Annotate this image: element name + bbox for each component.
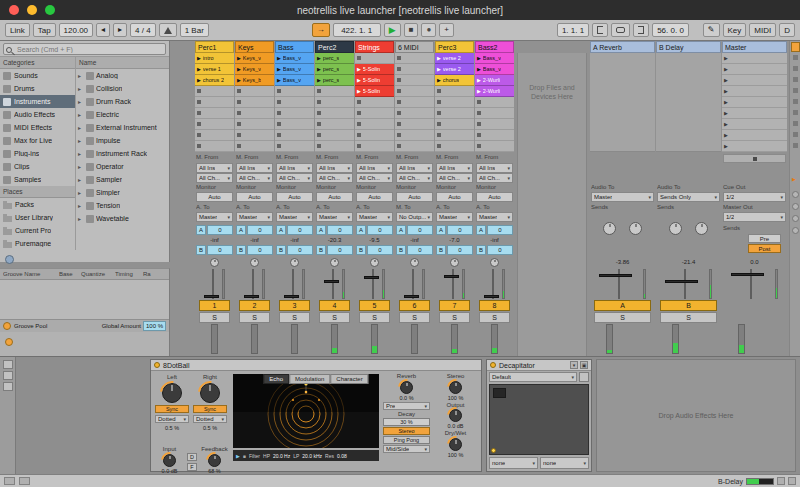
output-chooser[interactable]: No Outp...▾ [396,212,433,222]
track-activator[interactable]: 1 [199,300,230,311]
send-b-value[interactable]: 0 [207,245,233,255]
tempo-field[interactable]: 120.00 [59,23,93,37]
midi-map-button[interactable]: MIDI [749,23,776,37]
groove-pool-icon[interactable] [3,322,11,330]
fader-handle[interactable] [484,295,499,298]
clip-slot[interactable]: ▶perc_s [315,53,354,64]
plugin-edit-icon[interactable]: ▣ [580,361,588,369]
send-a-knob[interactable] [669,222,682,235]
volume-slider[interactable] [244,269,265,299]
clip-slot[interactable]: ▶intro [195,53,234,64]
send-b-control[interactable]: B0 [356,245,393,255]
right-sync-mode-chooser[interactable]: Dotted ▾ [193,415,227,423]
input-channel-chooser[interactable]: All Ch...▾ [236,173,273,183]
send-a-value[interactable]: 0 [287,225,313,235]
clip-slot-empty[interactable] [395,53,434,64]
send-b-value[interactable]: 0 [487,245,513,255]
send-a-control[interactable]: A0 [236,225,273,235]
input-chooser[interactable]: All Ins▾ [236,163,273,173]
input-channel-chooser[interactable]: All Ch...▾ [476,173,513,183]
device-activator-toggle[interactable] [154,362,160,368]
filter-on-icon[interactable]: ▶ [236,453,240,459]
reverb-position-chooser[interactable]: Pre ▾ [383,402,430,410]
track-activator[interactable]: 5 [359,300,390,311]
clip-slot-empty[interactable] [235,108,274,119]
zoom-window-button[interactable] [45,5,55,15]
clip-slot-empty[interactable] [395,119,434,130]
nudge-up-button[interactable]: ▸ [113,23,127,37]
clip-slot[interactable]: ▶Bass_v [475,64,514,75]
volume-slider[interactable] [484,269,505,299]
input-gain-knob[interactable] [163,454,176,467]
volume-value[interactable]: -inf [235,235,274,245]
mixer-show-toggle-mixer[interactable] [792,227,799,234]
clip-slot[interactable]: ▶5-Solin [355,86,394,97]
place-item-packs[interactable]: Packs [0,198,75,211]
input-channel-chooser[interactable]: All Ch...▾ [436,173,473,183]
time-signature-field[interactable]: 4 / 4 [130,23,156,37]
return-activator[interactable]: A [594,300,651,311]
clip-slot-empty[interactable] [395,108,434,119]
monitor-auto-button[interactable]: Auto [276,192,313,202]
fader-handle[interactable] [599,274,632,277]
scene-slot[interactable]: ▶ [722,119,787,130]
volume-slider[interactable] [204,269,225,299]
clip-slot-empty[interactable] [475,108,514,119]
input-channel-chooser[interactable]: All Ch...▾ [276,173,313,183]
category-item-drums[interactable]: Drums [0,82,75,95]
device-item-wavetable[interactable]: ▸Wavetable [76,212,169,225]
clip-slot[interactable]: ▶chorus [435,75,474,86]
clip-slot[interactable]: ▶Keys_v [235,53,274,64]
return-activator[interactable]: B [660,300,717,311]
send-b-value[interactable]: 0 [367,245,393,255]
feedback-knob[interactable] [208,454,221,467]
fader-handle[interactable] [364,276,379,279]
device-item-impulse[interactable]: ▸Impulse [76,134,169,147]
device-item-operator[interactable]: ▸Operator [76,160,169,173]
fader-handle[interactable] [244,295,259,298]
solo-button[interactable]: S [439,312,470,323]
device-item-electric[interactable]: ▸Electric [76,108,169,121]
fader-handle[interactable] [731,273,764,276]
stop-all-clips-button[interactable] [723,154,786,163]
clip-slot-empty[interactable] [395,97,434,108]
clip-slot[interactable]: ▶perc_s [315,75,354,86]
clip-slot-empty[interactable] [275,86,314,97]
track-header[interactable]: Master [722,41,787,53]
save-preset-icon[interactable] [579,372,589,382]
sends-pre-button[interactable]: Pre [748,234,781,243]
clip-slot[interactable]: ▶Bass_v [275,64,314,75]
clip-slot-empty[interactable] [275,141,314,152]
ping-pong-button[interactable]: Ping Pong [383,436,430,444]
clip-slot[interactable]: ▶2-Wurli [475,86,514,97]
device-item-tension[interactable]: ▸Tension [76,199,169,212]
close-window-button[interactable] [9,5,19,15]
monitor-auto-button[interactable]: Auto [356,192,393,202]
lp-value[interactable]: 20.0 kHz [302,453,322,459]
send-b-value[interactable]: 0 [327,245,353,255]
scene-slot[interactable]: ▶ [722,75,787,86]
clip-slot-empty[interactable] [315,130,354,141]
pan-knob[interactable] [490,258,499,267]
send-b-control[interactable]: B0 [436,245,473,255]
minimize-window-button[interactable] [27,5,37,15]
clip-slot-empty[interactable] [195,108,234,119]
output-chooser[interactable]: Master▾ [436,212,473,222]
track-activator[interactable]: 7 [439,300,470,311]
pan-knob[interactable] [290,258,299,267]
clip-slot-empty[interactable] [195,97,234,108]
clip-slot-empty[interactable] [235,130,274,141]
place-item-current-pro[interactable]: Current Pro [0,224,75,237]
loop-length-field[interactable]: 56. 0. 0 [652,23,689,37]
send-a-knob[interactable] [603,222,616,235]
clip-slot[interactable]: ▶Bass_v [275,53,314,64]
track-header[interactable]: Perc2 [315,41,354,53]
mixer-show-toggle-io[interactable] [792,191,799,198]
send-b-control[interactable]: B0 [236,245,273,255]
volume-slider[interactable] [364,269,385,299]
fader-handle[interactable] [404,295,419,298]
mid-side-chooser[interactable]: Mid/Side ▾ [383,445,430,453]
send-a-value[interactable]: 0 [207,225,233,235]
send-a-control[interactable]: A0 [396,225,433,235]
tab-modulation[interactable]: Modulation [289,374,330,384]
